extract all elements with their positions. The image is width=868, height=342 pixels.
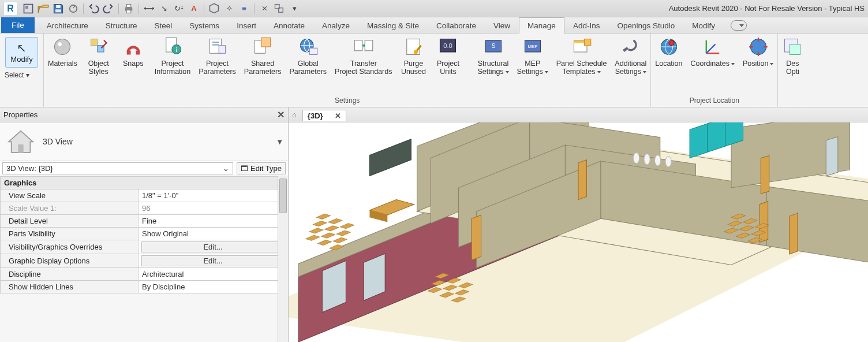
snaps-button[interactable]: Snaps: [116, 34, 151, 91]
qat-measure-icon[interactable]: ⟷: [143, 2, 155, 15]
home-3d-icon[interactable]: ⌂: [292, 110, 297, 119]
qat-dimension-icon[interactable]: ↻¹: [173, 2, 185, 15]
shared-parameters-button[interactable]: Shared Parameters: [240, 34, 286, 91]
properties-grid: Graphics⌃ View Scale1/8" = 1'-0" Scale V…: [0, 176, 288, 342]
tab-architecture[interactable]: Architecture: [38, 17, 97, 33]
svg-rect-15: [136, 51, 140, 55]
svg-rect-22: [219, 46, 225, 54]
qat-sync-icon[interactable]: [67, 2, 80, 15]
svg-rect-24: [261, 38, 271, 47]
svg-marker-75: [336, 231, 351, 236]
graphic-display-edit-button: Edit...: [141, 255, 285, 266]
svg-marker-67: [369, 139, 411, 176]
location-button[interactable]: Location: [651, 34, 686, 91]
type-dropdown-icon[interactable]: ▼: [276, 137, 283, 146]
ribbon-panel-location-title: Project Location: [651, 95, 777, 107]
view-tab-bar: ⌂ {3D} ✕: [289, 107, 868, 122]
qat-dropdown-icon[interactable]: ▾: [288, 2, 301, 15]
prop-discipline-value[interactable]: Architectural: [139, 268, 288, 281]
qat-close-hidden-icon[interactable]: ⨯: [258, 2, 271, 15]
svg-rect-28: [365, 40, 373, 51]
tab-insert[interactable]: Insert: [228, 17, 265, 33]
ribbon: ↖ Modify Select ▾ Materials Object Style…: [0, 34, 868, 107]
qat-thin-lines-icon[interactable]: ≡: [238, 2, 250, 15]
structural-settings-button[interactable]: SStructural Settings: [473, 34, 512, 91]
tab-collaborate[interactable]: Collaborate: [428, 17, 485, 33]
prop-parts-visibility-value[interactable]: Show Original: [139, 228, 288, 240]
tab-annotate[interactable]: Annotate: [265, 17, 313, 33]
tab-addins[interactable]: Add-Ins: [564, 17, 609, 33]
qat-text-icon[interactable]: A: [188, 2, 200, 15]
tab-analyze[interactable]: Analyze: [313, 17, 358, 33]
qat-align-icon[interactable]: ↘: [158, 2, 170, 15]
help-pill-icon[interactable]: [731, 20, 747, 31]
app-menu-button[interactable]: R: [3, 2, 17, 16]
svg-marker-101: [708, 122, 725, 152]
svg-text:0.0: 0.0: [444, 42, 453, 49]
qat-redo-icon[interactable]: [102, 2, 115, 15]
svg-rect-39: [584, 39, 590, 46]
tab-modify[interactable]: Modify: [683, 17, 724, 33]
qat-print-icon[interactable]: [122, 2, 135, 15]
qat-undo-icon[interactable]: [87, 2, 100, 15]
prop-detail-level-value[interactable]: Fine: [139, 215, 288, 228]
3d-viewport[interactable]: [289, 122, 868, 342]
instance-label: 3D View: {3D}: [6, 164, 53, 173]
qat-switch-windows-icon[interactable]: [273, 2, 286, 15]
prop-show-hidden-value[interactable]: By Discipline: [139, 281, 288, 293]
instance-selector[interactable]: 3D View: {3D} ⌄: [2, 162, 233, 174]
svg-marker-107: [826, 137, 838, 176]
prop-view-scale-value[interactable]: 1/8" = 1'-0": [139, 189, 288, 202]
design-options-button[interactable]: Des Opti: [778, 34, 807, 91]
qat-recent-files-icon[interactable]: [22, 2, 35, 15]
qat-section-icon[interactable]: ✧: [223, 2, 235, 15]
coordinates-button[interactable]: Coordinates: [687, 34, 739, 91]
tab-manage[interactable]: Manage: [519, 17, 564, 34]
materials-button[interactable]: Materials: [44, 34, 81, 91]
properties-scrollbar[interactable]: [278, 176, 288, 342]
qat-open-icon[interactable]: [37, 2, 50, 15]
project-parameters-button[interactable]: Project Parameters: [194, 34, 240, 91]
modify-button[interactable]: ↖ Modify: [5, 37, 38, 68]
prop-detail-level-key: Detail Level: [1, 215, 139, 228]
tab-structure[interactable]: Structure: [97, 17, 146, 33]
properties-close-icon[interactable]: ✕: [277, 109, 285, 120]
view-tab-3d[interactable]: {3D} ✕: [302, 110, 346, 121]
tab-massing-site[interactable]: Massing & Site: [358, 17, 428, 33]
svg-rect-46: [18, 144, 23, 153]
properties-title: Properties: [3, 110, 38, 119]
svg-marker-77: [321, 233, 335, 238]
svg-marker-65: [790, 213, 798, 254]
additional-settings-button[interactable]: Additional Settings: [611, 34, 650, 91]
qat-3d-icon[interactable]: [208, 2, 220, 15]
edit-type-button[interactable]: 🗔 Edit Type: [237, 162, 286, 174]
svg-marker-71: [328, 218, 343, 224]
tab-steel[interactable]: Steel: [146, 17, 181, 33]
svg-marker-78: [333, 237, 347, 243]
type-selector[interactable]: 3D View: [43, 137, 270, 146]
tab-openings-studio[interactable]: Openings Studio: [608, 17, 683, 33]
global-parameters-button[interactable]: Global Parameters: [285, 34, 331, 91]
project-units-button[interactable]: 0.0Project Units: [431, 34, 465, 91]
panel-schedule-templates-button[interactable]: Panel Schedule Templates: [552, 34, 611, 91]
svg-text:MEP: MEP: [527, 44, 537, 49]
qat-save-icon[interactable]: [52, 2, 65, 15]
svg-point-10: [55, 39, 70, 55]
tab-view[interactable]: View: [485, 17, 519, 33]
tab-systems[interactable]: Systems: [181, 17, 228, 33]
view-tab-close-icon[interactable]: ✕: [335, 111, 341, 120]
position-button[interactable]: Position: [739, 34, 777, 91]
mep-settings-button[interactable]: MEPMEP Settings: [513, 34, 552, 91]
svg-point-105: [654, 155, 660, 165]
purge-unused-button[interactable]: Purge Unused: [396, 34, 431, 91]
file-menu[interactable]: File: [1, 17, 35, 33]
select-dropdown[interactable]: Select ▾: [0, 69, 43, 83]
svg-marker-72: [340, 224, 354, 229]
ribbon-tab-bar: File Architecture Structure Steel System…: [0, 17, 868, 34]
svg-rect-12: [91, 39, 97, 46]
transfer-project-standards-button[interactable]: Transfer Project Standards: [331, 34, 396, 91]
object-styles-button[interactable]: Object Styles: [81, 34, 116, 91]
project-information-button[interactable]: iProject Information: [151, 34, 195, 91]
svg-text:i: i: [175, 46, 177, 53]
svg-marker-62: [472, 215, 481, 260]
